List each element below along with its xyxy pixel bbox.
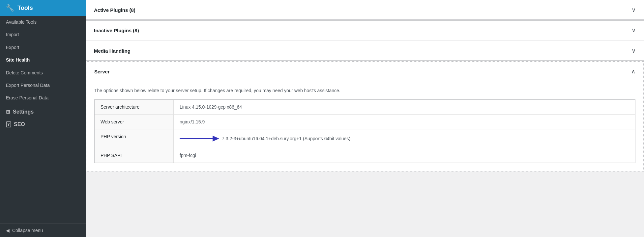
sidebar-section-seo[interactable]: Y SEO — [0, 117, 86, 129]
sidebar-item-site-health[interactable]: Site Health — [0, 54, 86, 66]
accordion-media-handling: Media Handling ∨ — [86, 41, 644, 61]
label-php-version: PHP version — [95, 129, 174, 148]
accordion-inactive-plugins-header[interactable]: Inactive Plugins (8) ∨ — [86, 21, 644, 40]
svg-marker-1 — [213, 136, 219, 142]
blue-arrow-icon — [180, 134, 219, 143]
main-content: Active Plugins (8) ∨ Inactive Plugins (8… — [86, 0, 644, 237]
chevron-down-icon: ∨ — [631, 27, 636, 34]
settings-label: Settings — [13, 109, 34, 115]
collapse-icon: ◀ — [6, 228, 10, 233]
label-server-architecture: Server architecture — [95, 100, 174, 114]
sidebar-nav: Available Tools Import Export Site Healt… — [0, 16, 86, 237]
chevron-down-icon: ∨ — [631, 47, 636, 54]
sidebar-collapse-button[interactable]: ◀ Collapse menu — [0, 224, 86, 237]
seo-label: SEO — [14, 121, 25, 127]
server-body: The options shown below relate to your s… — [86, 81, 643, 171]
sidebar-item-export[interactable]: Export — [0, 41, 86, 54]
chevron-down-icon: ∨ — [631, 6, 636, 13]
accordion-active-plugins-header[interactable]: Active Plugins (8) ∨ — [86, 0, 644, 19]
accordion-server-title: Server — [94, 69, 110, 74]
sidebar-item-erase-personal-data[interactable]: Erase Personal Data — [0, 92, 86, 104]
table-row: Web server nginx/1.15.9 — [95, 115, 635, 129]
wrench-icon: 🔧 — [6, 4, 14, 12]
sidebar-item-delete-comments[interactable]: Delete Comments — [0, 66, 86, 79]
sidebar-item-export-personal-data[interactable]: Export Personal Data — [0, 79, 86, 92]
sidebar-divider — [0, 129, 86, 224]
accordion-inactive-plugins-title: Inactive Plugins (8) — [94, 28, 139, 33]
value-php-sapi: fpm-fcgi — [174, 148, 635, 163]
server-description: The options shown below relate to your s… — [94, 87, 635, 94]
value-php-version: 7.3.2-3+ubuntu16.04.1+deb.sury.org+1 (Su… — [174, 129, 635, 148]
accordion-active-plugins-title: Active Plugins (8) — [94, 7, 135, 13]
accordion-active-plugins: Active Plugins (8) ∨ — [86, 0, 644, 20]
sidebar-item-available-tools[interactable]: Available Tools — [0, 16, 86, 28]
table-row: PHP version 7.3.2-3+ubuntu16.04.1+deb.su… — [95, 129, 635, 148]
accordion-media-handling-title: Media Handling — [94, 48, 131, 54]
value-web-server: nginx/1.15.9 — [174, 115, 635, 129]
php-arrow-annotation: 7.3.2-3+ubuntu16.04.1+deb.sury.org+1 (Su… — [180, 134, 350, 143]
table-row: Server architecture Linux 4.15.0-1029-gc… — [95, 100, 635, 115]
table-row: PHP SAPI fpm-fcgi — [95, 148, 635, 163]
label-web-server: Web server — [95, 115, 174, 129]
accordion-media-handling-header[interactable]: Media Handling ∨ — [86, 41, 644, 60]
value-server-architecture: Linux 4.15.0-1029-gcp x86_64 — [174, 100, 635, 114]
collapse-label: Collapse menu — [12, 228, 43, 233]
seo-icon: Y — [6, 121, 11, 127]
accordion-inactive-plugins: Inactive Plugins (8) ∨ — [86, 20, 644, 40]
accordion-server-header[interactable]: Server ∧ — [86, 62, 643, 81]
label-php-sapi: PHP SAPI — [95, 148, 174, 163]
server-info-table: Server architecture Linux 4.15.0-1029-gc… — [94, 99, 635, 163]
sidebar-item-import[interactable]: Import — [0, 28, 86, 41]
sidebar-section-settings[interactable]: ⊞ Settings — [0, 104, 86, 117]
settings-icon: ⊞ — [6, 109, 10, 115]
chevron-up-icon: ∧ — [631, 68, 635, 75]
accordion-server: Server ∧ The options shown below relate … — [86, 61, 644, 171]
sidebar-tools-header[interactable]: 🔧 Tools — [0, 0, 86, 16]
sidebar-header-title: Tools — [17, 5, 33, 12]
sidebar: 🔧 Tools Available Tools Import Export Si… — [0, 0, 86, 237]
